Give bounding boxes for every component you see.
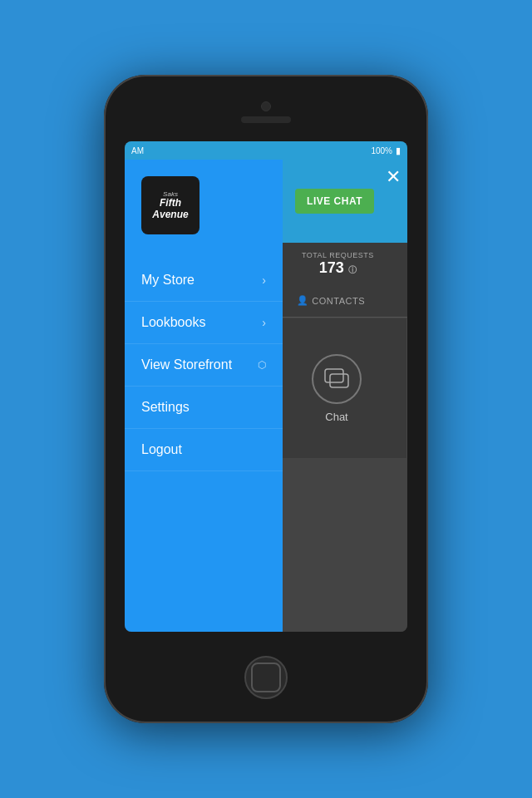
phone-device: AM 100% ▮ LIVE CHAT ✕ LIVE CHAT xyxy=(104,75,428,723)
lookbooks-label: Lookbooks xyxy=(141,315,205,330)
phone-bottom xyxy=(244,632,288,723)
total-requests-value: 173 ⓘ xyxy=(319,259,357,277)
my-store-label: My Store xyxy=(141,273,195,288)
contacts-icon: 👤 xyxy=(297,295,309,306)
home-button[interactable] xyxy=(244,656,288,699)
app-content: LIVE CHAT ✕ LIVE CHAT 74% ⓘ TOTAL REQUES… xyxy=(125,160,407,632)
total-requests-label: TOTAL REQUESTS xyxy=(302,251,374,259)
settings-label: Settings xyxy=(141,400,190,415)
menu-logo: Saks FifthAvenue xyxy=(141,176,200,234)
view-storefront-label: View Storefront xyxy=(141,357,232,372)
my-store-chevron-icon: › xyxy=(262,273,266,287)
svg-rect-2 xyxy=(330,374,348,387)
phone-top xyxy=(104,75,428,141)
phone-screen: AM 100% ▮ LIVE CHAT ✕ LIVE CHAT xyxy=(125,141,407,632)
home-button-inner xyxy=(251,663,281,692)
status-time: AM xyxy=(131,146,144,155)
phone-camera xyxy=(261,101,271,111)
battery-icon: ▮ xyxy=(396,145,401,156)
battery-level: 100% xyxy=(371,146,392,155)
chat-label: Chat xyxy=(325,411,347,423)
total-requests-info-icon: ⓘ xyxy=(348,265,357,274)
close-button[interactable]: ✕ xyxy=(386,166,401,188)
logout-label: Logout xyxy=(141,442,182,457)
svg-rect-1 xyxy=(325,369,343,382)
external-link-icon: ⬡ xyxy=(258,359,266,371)
chat-icon xyxy=(312,354,362,404)
live-chat-button[interactable]: LIVE CHAT xyxy=(295,189,374,214)
grid-cell-chat[interactable]: Chat xyxy=(266,318,407,459)
menu-item-lookbooks[interactable]: Lookbooks › xyxy=(125,302,283,344)
stat-total-requests: TOTAL REQUESTS 173 ⓘ xyxy=(302,251,374,277)
menu-item-logout[interactable]: Logout xyxy=(125,429,283,471)
menu-item-my-store[interactable]: My Store › xyxy=(125,259,283,302)
status-bar: AM 100% ▮ xyxy=(125,141,407,160)
tab-contacts[interactable]: 👤 CONTACTS xyxy=(288,295,373,306)
menu-item-view-storefront[interactable]: View Storefront ⬡ xyxy=(125,344,283,387)
tab-contacts-label: CONTACTS xyxy=(312,296,365,306)
menu-item-settings[interactable]: Settings xyxy=(125,387,283,429)
phone-speaker xyxy=(241,116,291,123)
lookbooks-chevron-icon: › xyxy=(262,316,266,329)
slide-menu: Saks FifthAvenue My Store › Lookbooks › … xyxy=(125,160,283,632)
